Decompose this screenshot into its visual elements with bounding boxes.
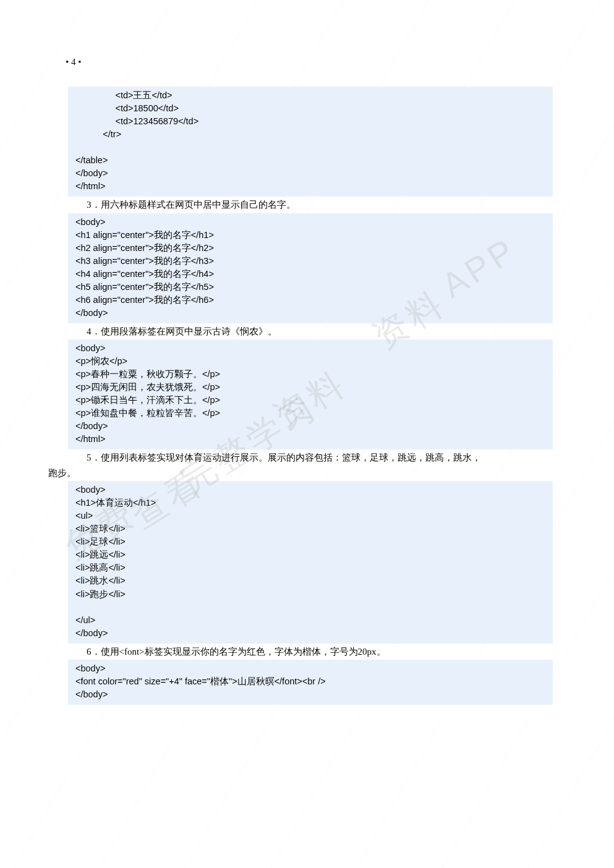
code-line: <ul> xyxy=(75,511,93,521)
code-block-2: <body> <h1 align="center">我的名字</h1> <h2 … xyxy=(68,213,553,323)
question-6: 6．使用<font>标签实现显示你的名字为红色，字体为楷体，字号为20px。 xyxy=(68,645,553,659)
code-line: <h2 align="center">我的名字</h2> xyxy=(75,243,214,253)
code-line: <td>123456879</td> xyxy=(75,116,198,126)
code-line: <td>18500</td> xyxy=(75,103,179,113)
code-line: <h1>体育运动</h1> xyxy=(75,498,156,508)
code-block-4: <body> <h1>体育运动</h1> <ul> <li>篮球</li> <l… xyxy=(68,481,553,643)
code-line: <h1 align="center">我的名字</h1> xyxy=(75,230,214,240)
code-line: </body> xyxy=(75,689,108,699)
question-3: 3．用六种标题样式在网页中居中显示自己的名字。 xyxy=(68,198,553,212)
code-line: <p>锄禾日当午，汗滴禾下土。</p> xyxy=(75,395,220,405)
code-line: </body> xyxy=(75,628,108,638)
code-line: <li>足球</li> xyxy=(75,537,126,547)
code-line: <p>四海无闲田，农夫犹饿死。</p> xyxy=(75,382,220,392)
code-line: <p>春种一粒粟，秋收万颗子。</p> xyxy=(75,369,220,379)
question-4: 4．使用段落标签在网页中显示古诗《悯农》。 xyxy=(68,325,553,339)
code-line: <h5 align="center">我的名字</h5> xyxy=(75,282,214,292)
code-line: </body> xyxy=(75,168,108,178)
document-content: <td>王五</td> <td>18500</td> <td>123456879… xyxy=(68,87,553,705)
code-line: <li>跳水</li> xyxy=(75,576,126,585)
code-line: </html> xyxy=(75,181,105,191)
code-line: <li>篮球</li> xyxy=(75,524,126,534)
code-line: <body> xyxy=(75,485,105,495)
code-line: <body> xyxy=(75,217,105,227)
code-line: </tr> xyxy=(75,129,121,139)
code-line: </html> xyxy=(75,434,105,444)
code-block-1: <td>王五</td> <td>18500</td> <td>123456879… xyxy=(68,87,553,197)
code-line: <p>谁知盘中餐，粒粒皆辛苦。</p> xyxy=(75,408,220,418)
code-line: <h6 align="center">我的名字</h6> xyxy=(75,295,214,305)
code-line: <h4 align="center">我的名字</h4> xyxy=(75,269,214,279)
code-line: </body> xyxy=(75,421,108,431)
code-line: </table> xyxy=(75,155,108,165)
code-line: <p>悯农</p> xyxy=(75,356,127,366)
code-line: <li>跑步</li> xyxy=(75,589,126,599)
page-number: • 4 • xyxy=(66,57,82,67)
code-line: <h3 align="center">我的名字</h3> xyxy=(75,256,214,266)
code-line: <body> xyxy=(75,343,105,353)
code-block-5: <body> <font color="red" size="+4" face=… xyxy=(68,660,553,705)
code-block-3: <body> <p>悯农</p> <p>春种一粒粟，秋收万颗子。</p> <p>… xyxy=(68,339,553,449)
code-line: <body> xyxy=(75,663,105,673)
code-line: <font color="red" size="+4" face="楷体">山居… xyxy=(75,676,326,686)
code-line: </ul> xyxy=(75,615,95,625)
code-line: <li>跳远</li> xyxy=(75,550,126,560)
code-line: </body> xyxy=(75,308,108,318)
code-line: <li>跳高</li> xyxy=(75,563,126,572)
question-5-line2: 跑步。 xyxy=(48,466,553,480)
question-5-line1: 5．使用列表标签实现对体育运动进行展示。展示的内容包括：篮球，足球，跳远，跳高，… xyxy=(68,451,553,465)
code-line: <td>王五</td> xyxy=(75,90,173,100)
